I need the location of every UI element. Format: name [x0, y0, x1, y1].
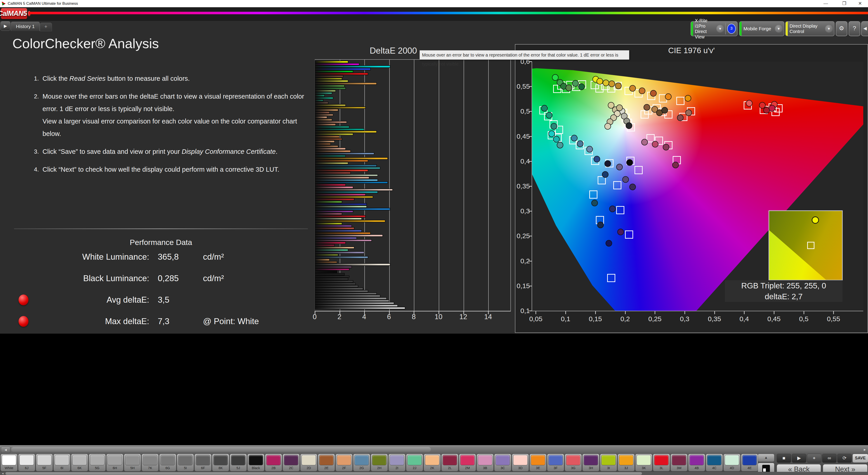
refresh-button[interactable]: ⟳ [837, 454, 852, 463]
deltae-error-bar[interactable] [315, 107, 366, 109]
patch-chip-2E[interactable]: 2E [318, 454, 335, 471]
deltae-error-bar[interactable] [315, 82, 377, 85]
patch-chip-2G[interactable]: 2G [353, 454, 370, 471]
meter-dropdown[interactable]: X-Rite i1ProDirect View ▼ 3 [690, 21, 738, 36]
patch-chip-6I[interactable]: 6I [53, 454, 70, 471]
deltae-error-bar[interactable] [315, 244, 335, 246]
deltae-error-bar[interactable] [315, 222, 342, 225]
deltae-error-bar[interactable] [315, 302, 394, 304]
collapse-panel-icon[interactable]: ◀ [861, 21, 868, 36]
patch-chip-2H[interactable]: 2H [371, 454, 388, 471]
deltae-error-bar[interactable] [315, 97, 333, 99]
patch-chip-2F[interactable]: 2F [336, 454, 352, 471]
deltae-error-bar[interactable] [315, 288, 363, 290]
patch-chip-3D[interactable]: 3D [512, 454, 529, 471]
deltae-error-bar[interactable] [315, 68, 371, 70]
deltae-error-bar[interactable] [315, 246, 354, 249]
patch-chip-3F[interactable]: 3F [547, 454, 564, 471]
patch-chip-4E[interactable]: 4E [741, 454, 758, 471]
deltae-error-bar[interactable] [315, 152, 374, 155]
patch-chip-6F[interactable]: 6F [194, 454, 212, 471]
patch-chip-5F[interactable]: 5F [36, 454, 53, 471]
display-control-dropdown[interactable]: Direct Display Control ▼ [785, 21, 835, 36]
deltae-error-bar[interactable] [315, 130, 377, 133]
patch-chip-5I[interactable]: 5I [177, 454, 194, 471]
patch-chip-3L[interactable]: 3L [653, 454, 670, 471]
deltae-error-bar[interactable] [315, 172, 351, 174]
deltae-error-bar[interactable] [315, 126, 349, 128]
deltae-error-bar[interactable] [315, 179, 378, 181]
patch-chip-7K[interactable]: 7K [142, 454, 159, 471]
logo-dropdown-icon[interactable]: ▼ [28, 11, 31, 16]
deltae-error-bar[interactable] [315, 155, 346, 157]
deltae-error-bar[interactable] [315, 290, 368, 293]
deltae-error-bar[interactable] [315, 254, 338, 256]
deltae-error-bar[interactable] [315, 101, 329, 104]
patch-chip-8K[interactable]: 8K [212, 454, 229, 471]
patch-chip-5H[interactable]: 5H [124, 454, 141, 471]
deltae-error-bar[interactable] [315, 143, 331, 145]
bottom-scrollbar-thumb[interactable] [5, 472, 642, 475]
patch-chip-3G[interactable]: 3G [565, 454, 582, 471]
deltae-error-bar[interactable] [315, 114, 333, 116]
deltae-error-bar[interactable] [315, 85, 345, 87]
deltae-error-bar[interactable] [315, 242, 346, 244]
deltae-error-bar[interactable] [315, 293, 377, 295]
patch-chip-2B[interactable]: 2B [265, 454, 282, 471]
deltae-error-bar[interactable] [315, 99, 323, 102]
tab-add-button[interactable]: + [40, 23, 52, 31]
patch-chip-3E[interactable]: 3E [529, 454, 547, 471]
chevron-down-icon[interactable]: ▼ [825, 25, 833, 33]
deltae-error-bar[interactable] [315, 92, 332, 94]
deltae-error-bar[interactable] [315, 273, 345, 275]
chip-scrollbar[interactable] [11, 447, 431, 452]
minimize-button[interactable]: — [820, 0, 831, 7]
deltae-error-bar[interactable] [315, 133, 353, 136]
tab-nav-button[interactable]: ▶ [0, 21, 10, 31]
deltae-error-bar[interactable] [315, 232, 371, 235]
deltae-error-bar[interactable] [315, 109, 338, 111]
patch-chip-5J[interactable]: 5J [230, 454, 247, 471]
patch-chip-2K[interactable]: 2K [424, 454, 441, 471]
read-series-button[interactable]: ⌖ [807, 454, 822, 463]
deltae-error-bar[interactable] [315, 210, 353, 213]
patch-chip-3K[interactable]: 3K [635, 454, 652, 471]
deltae-error-bar[interactable] [315, 147, 346, 150]
deltae-error-bar[interactable] [315, 160, 368, 162]
chevron-down-icon[interactable]: ▼ [775, 25, 782, 33]
patch-chip-3J[interactable]: 3J [618, 454, 635, 471]
deltae-error-bar[interactable] [315, 63, 360, 66]
patch-chip-2M[interactable]: 2M [459, 454, 476, 471]
deltae-error-bar[interactable] [315, 111, 330, 114]
patch-chip-4B[interactable]: 4B [688, 454, 705, 471]
patch-chip-4C[interactable]: 4C [706, 454, 723, 471]
patch-chip-2J[interactable]: 2J [406, 454, 423, 471]
restore-button[interactable]: ❐ [839, 0, 849, 7]
deltae-error-bar[interactable] [315, 297, 387, 300]
deltae-error-bar[interactable] [315, 176, 369, 179]
deltae-error-bar[interactable] [315, 116, 327, 119]
deltae-error-bar[interactable] [315, 72, 368, 75]
gear-icon[interactable]: ⚙ [836, 21, 847, 36]
deltae-error-bar[interactable] [315, 215, 366, 217]
deltae-error-bar[interactable] [315, 194, 366, 196]
deltae-error-bar[interactable] [315, 121, 347, 123]
deltae-error-bar[interactable] [315, 280, 353, 283]
patch-chip-3C[interactable]: 3C [494, 454, 511, 471]
patch-chip-3H[interactable]: 3H [582, 454, 599, 471]
deltae-error-bar[interactable] [315, 196, 373, 198]
tab-history[interactable]: History 1 [11, 22, 40, 31]
deltae-error-bar[interactable] [315, 213, 342, 215]
help-icon[interactable]: ? [848, 21, 860, 36]
source-dropdown[interactable]: Mobile Forge ▼ [739, 21, 784, 36]
patch-chip-5G[interactable]: 5G [89, 454, 106, 471]
patch-chip-2D[interactable]: 2D [300, 454, 317, 471]
deltae-error-bar[interactable] [315, 150, 351, 152]
deltae-error-bar[interactable] [315, 167, 380, 170]
save-button[interactable]: SAVE [852, 454, 868, 463]
deltae-error-bar[interactable] [315, 75, 343, 78]
patch-chip-6H[interactable]: 6H [106, 454, 123, 471]
deltae-error-bar[interactable] [315, 140, 335, 143]
deltae-error-bar[interactable] [315, 239, 372, 242]
stop-button[interactable]: ■ [777, 454, 791, 463]
